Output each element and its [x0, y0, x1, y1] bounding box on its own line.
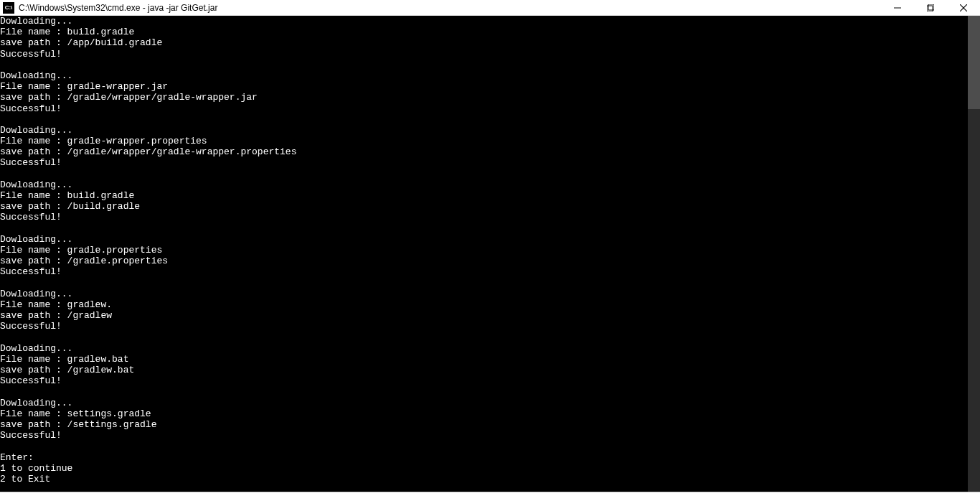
terminal-line: File name : build.gradle: [0, 190, 968, 201]
terminal-line: Dowloading...: [0, 179, 968, 190]
terminal-line: [0, 114, 968, 125]
maximize-button[interactable]: [914, 0, 947, 16]
terminal-line: Successful!: [0, 157, 968, 168]
terminal-line: Enter:: [0, 452, 968, 463]
terminal-line: Dowloading...: [0, 343, 968, 354]
terminal-line: 2 to Exit: [0, 474, 968, 485]
terminal-line: Dowloading...: [0, 70, 968, 81]
terminal-line: File name : gradlew.bat: [0, 354, 968, 365]
terminal-line: Dowloading...: [0, 16, 968, 27]
window-title: C:\Windows\System32\cmd.exe - java -jar …: [19, 3, 881, 13]
terminal-line: Successful!: [0, 266, 968, 277]
cmd-window: C:\ C:\Windows\System32\cmd.exe - java -…: [0, 0, 980, 496]
cmd-icon: C:\: [3, 2, 14, 14]
terminal-line: File name : gradle-wrapper.jar: [0, 81, 968, 92]
terminal-line: File name : build.gradle: [0, 27, 968, 37]
terminal-line: Successful!: [0, 49, 968, 60]
minimize-button[interactable]: [881, 0, 914, 16]
svg-rect-1: [927, 6, 933, 11]
minimize-icon: [894, 4, 901, 11]
terminal-line: [0, 332, 968, 342]
terminal-line: File name : settings.gradle: [0, 408, 968, 419]
bottom-border: [0, 492, 980, 496]
close-icon: [960, 4, 967, 11]
terminal-line: Successful!: [0, 103, 968, 114]
terminal-line: save path : /app/build.gradle: [0, 37, 968, 48]
terminal-line: save path : /build.gradle: [0, 201, 968, 212]
terminal-line: Dowloading...: [0, 289, 968, 299]
terminal-line: 1 to continue: [0, 463, 968, 474]
terminal-line: Dowloading...: [0, 125, 968, 136]
scrollbar[interactable]: [968, 16, 980, 492]
terminal-line: Successful!: [0, 321, 968, 332]
terminal-line: [0, 441, 968, 451]
terminal-line: save path : /gradlew.bat: [0, 365, 968, 375]
maximize-icon: [927, 4, 934, 11]
terminal-line: save path : /gradle/wrapper/gradle-wrapp…: [0, 92, 968, 103]
terminal-line: [0, 60, 968, 70]
scrollbar-thumb[interactable]: [968, 16, 980, 109]
terminal-area[interactable]: Dowloading...File name : build.gradlesav…: [0, 16, 980, 492]
terminal-line: Successful!: [0, 212, 968, 223]
terminal-output: Dowloading...File name : build.gradlesav…: [0, 16, 968, 492]
terminal-line: save path : /settings.gradle: [0, 419, 968, 430]
terminal-line: Successful!: [0, 375, 968, 386]
terminal-line: save path : /gradle.properties: [0, 256, 968, 266]
terminal-line: save path : /gradlew: [0, 310, 968, 321]
terminal-line: save path : /gradle/wrapper/gradle-wrapp…: [0, 146, 968, 157]
terminal-line: File name : gradlew.: [0, 299, 968, 310]
close-button[interactable]: [947, 0, 980, 16]
terminal-line: Successful!: [0, 430, 968, 441]
terminal-line: [0, 278, 968, 289]
terminal-line: File name : gradle-wrapper.properties: [0, 136, 968, 146]
terminal-line: [0, 169, 968, 179]
titlebar[interactable]: C:\ C:\Windows\System32\cmd.exe - java -…: [0, 0, 980, 16]
terminal-line: [0, 223, 968, 234]
svg-rect-2: [928, 4, 934, 10]
terminal-line: Dowloading...: [0, 398, 968, 408]
terminal-line: Dowloading...: [0, 234, 968, 245]
terminal-line: [0, 386, 968, 397]
window-controls: [881, 0, 980, 15]
terminal-line: File name : gradle.properties: [0, 245, 968, 256]
